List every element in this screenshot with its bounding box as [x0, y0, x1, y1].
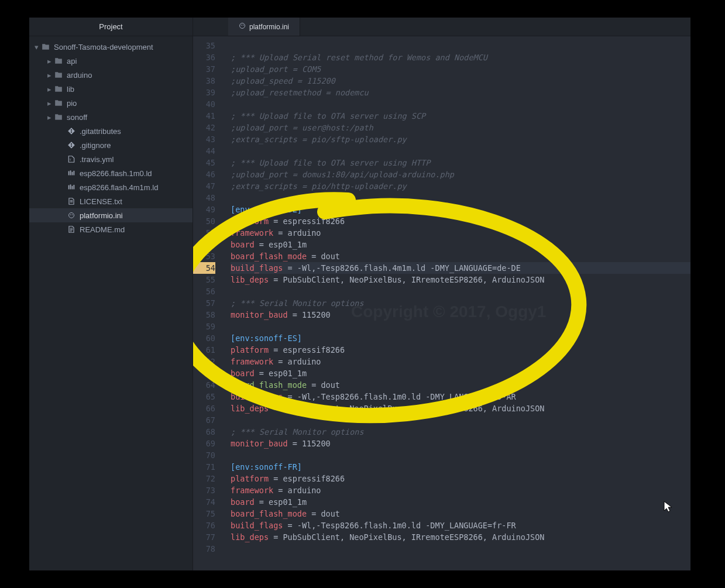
code-line[interactable]: build_flags = -Wl,-Tesp8266.flash.1m0.ld…	[231, 520, 690, 531]
code-line[interactable]: board = esp01_1m	[231, 367, 690, 379]
code-line[interactable]: ; *** Serial Monitor options	[231, 426, 690, 438]
ide-window: Project ▾ Sonoff-Tasmota-development ▸ap…	[29, 18, 690, 570]
code-line[interactable]: board_flash_mode = dout	[231, 508, 690, 520]
code-line[interactable]: framework = arduino	[231, 227, 690, 239]
code-line[interactable]	[231, 145, 690, 157]
tree-folder[interactable]: ▸arduino	[29, 68, 193, 82]
code-line[interactable]: board_flash_mode = dout	[231, 379, 690, 391]
code-line[interactable]: board_flash_mode = dout	[231, 250, 690, 262]
code-line[interactable]: [env:sonoff-DE]	[231, 204, 690, 215]
line-number: 72	[193, 473, 215, 484]
code-line[interactable]: board = esp01_1m	[231, 496, 690, 508]
tree-folder[interactable]: ▸lib	[29, 82, 193, 96]
tree-item-label: esp8266.flash.1m0.ld	[80, 169, 152, 178]
tree-file[interactable]: esp8266.flash.1m0.ld	[29, 166, 193, 180]
code-line[interactable]	[231, 286, 690, 297]
tree-file[interactable]: .gitattributes	[29, 124, 193, 138]
file-icon	[67, 211, 76, 220]
file-icon	[67, 197, 76, 206]
code-line[interactable]: lib_deps = PubSubClient, NeoPixelBus, IR…	[231, 531, 690, 543]
code-line[interactable]: platform = espressif8266	[231, 344, 690, 356]
code-line[interactable]: ; *** Upload file to OTA server using SC…	[231, 110, 690, 122]
tree-root[interactable]: ▾ Sonoff-Tasmota-development	[29, 40, 193, 54]
tree-item-label: .gitattributes	[80, 127, 121, 136]
code-line[interactable]: [env:sonoff-ES]	[231, 332, 690, 344]
tree-item-label: platformio.ini	[80, 211, 123, 220]
tree-folder[interactable]: ▸sonoff	[29, 110, 193, 124]
code-line[interactable]: monitor_baud = 115200	[231, 438, 690, 449]
tree-file[interactable]: LICENSE.txt	[29, 194, 193, 208]
tab-label: platformio.ini	[249, 23, 289, 31]
code-line[interactable]: ; *** Serial Monitor options	[231, 297, 690, 309]
code-line[interactable]	[231, 192, 690, 204]
code-line[interactable]: platform = espressif8266	[231, 215, 690, 227]
code-line[interactable]: ;upload_speed = 115200	[231, 75, 690, 87]
tab-platformio[interactable]: platformio.ini	[228, 18, 300, 36]
code-line[interactable]	[231, 449, 690, 461]
code-line[interactable]: framework = arduino	[231, 356, 690, 367]
code-line[interactable]: ;upload_port = COM5	[231, 63, 690, 75]
tree-item-label: arduino	[67, 71, 92, 80]
code-line[interactable]	[231, 543, 690, 555]
chevron-right-icon: ▸	[46, 113, 53, 122]
folder-icon	[54, 70, 63, 80]
line-number: 68	[193, 426, 215, 438]
line-number: 69	[193, 438, 215, 449]
code-line[interactable]: monitor_baud = 115200	[231, 309, 690, 321]
code-line[interactable]	[231, 40, 690, 51]
mouse-cursor-icon	[663, 500, 674, 513]
code-line[interactable]: ;extra_scripts = pio/sftp-uploader.py	[231, 133, 690, 145]
chevron-right-icon: ▸	[46, 71, 53, 80]
chevron-down-icon: ▾	[33, 43, 40, 51]
tree-file[interactable]: platformio.ini	[29, 208, 193, 222]
tree-item-label: esp8266.flash.4m1m.ld	[80, 183, 158, 192]
svg-rect-6	[70, 184, 71, 189]
svg-rect-4	[74, 171, 75, 176]
code-line[interactable]: board = esp01_1m	[231, 239, 690, 250]
line-number: 78	[193, 543, 215, 555]
svg-point-10	[70, 214, 71, 215]
code-line[interactable]: ;upload_resetmethod = nodemcu	[231, 87, 690, 98]
code-line[interactable]: [env:sonoff-FR]	[231, 461, 690, 473]
platformio-icon	[239, 22, 246, 31]
chevron-right-icon: ▸	[46, 57, 53, 66]
file-icon	[67, 225, 76, 234]
file-tree[interactable]: ▾ Sonoff-Tasmota-development ▸api▸arduin…	[29, 36, 193, 236]
code-line[interactable]: platform = espressif8266	[231, 473, 690, 484]
tree-file[interactable]: .gitignore	[29, 138, 193, 152]
line-number: 57	[193, 297, 215, 309]
code-line[interactable]: ;upload_port = user@host:/path	[231, 122, 690, 133]
line-number: 44	[193, 145, 215, 157]
code-line[interactable]: ; *** Upload file to OTA server using HT…	[231, 157, 690, 169]
code-line[interactable]: ;upload_port = domus1:80/api/upload-ardu…	[231, 169, 690, 180]
code-line[interactable]: ; *** Upload Serial reset method for Wem…	[231, 51, 690, 63]
line-number: 55	[193, 274, 215, 286]
line-number: 36	[193, 51, 215, 63]
line-number: 48	[193, 192, 215, 204]
line-number: 49	[193, 204, 215, 215]
tree-file[interactable]: README.md	[29, 222, 193, 236]
tree-file[interactable]: esp8266.flash.4m1m.ld	[29, 180, 193, 194]
line-number: 73	[193, 484, 215, 496]
code-line[interactable]	[231, 414, 690, 426]
code-line[interactable]: lib_deps = PubSubClient, NeoPixelBus, IR…	[231, 274, 690, 286]
code-area[interactable]: ; *** Upload Serial reset method for Wem…	[222, 36, 690, 570]
chevron-right-icon: ▸	[46, 85, 53, 94]
code-line[interactable]: framework = arduino	[231, 484, 690, 496]
code-line[interactable]: build_flags = -Wl,-Tesp8266.flash.4m1m.l…	[231, 262, 690, 274]
tree-item-label: LICENSE.txt	[80, 197, 122, 206]
tree-item-label: README.md	[80, 225, 125, 234]
tree-file[interactable]: Y.travis.yml	[29, 152, 193, 166]
chevron-right-icon: ▸	[46, 99, 53, 108]
tree-folder[interactable]: ▸api	[29, 54, 193, 68]
line-number: 35	[193, 40, 215, 51]
code-editor[interactable]: 3536373839404142434445464748495051525354…	[193, 36, 690, 570]
code-line[interactable]	[231, 321, 690, 332]
code-line[interactable]	[231, 98, 690, 110]
code-line[interactable]: ;extra_scripts = pio/http-uploader.py	[231, 180, 690, 192]
folder-icon	[54, 84, 63, 94]
code-line[interactable]: lib_deps = PubSubClient, NeoPixelBus, IR…	[231, 403, 690, 414]
code-line[interactable]: build_flags = -Wl,-Tesp8266.flash.1m0.ld…	[231, 391, 690, 403]
svg-point-12	[240, 23, 245, 29]
tree-folder[interactable]: ▸pio	[29, 96, 193, 110]
